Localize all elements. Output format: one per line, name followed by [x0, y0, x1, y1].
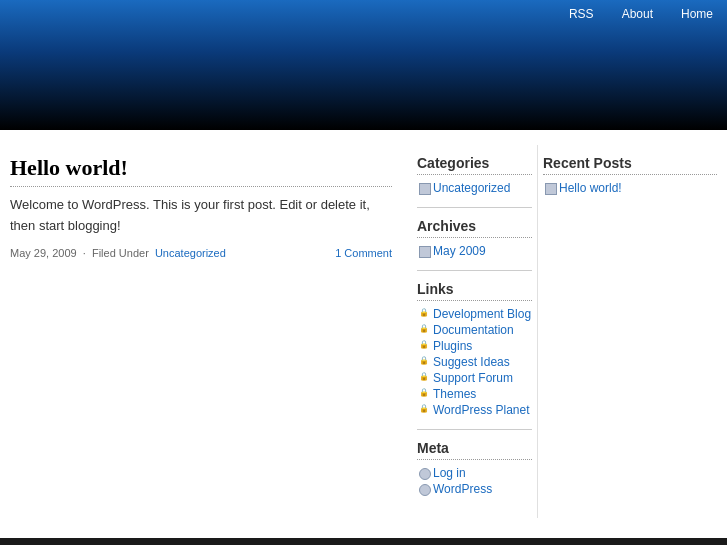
link-dev-blog[interactable]: Development Blog [417, 307, 532, 321]
archives-section: Archives May 2009 [417, 218, 532, 258]
page-wrapper: RSS About Home Hello world! Welcome to W… [0, 0, 727, 545]
link-themes[interactable]: Themes [417, 387, 532, 401]
link-plugins[interactable]: Plugins [417, 339, 532, 353]
site-header: RSS About Home [0, 0, 727, 130]
links-title: Links [417, 281, 532, 301]
post-date-meta: May 29, 2009 · Filed Under Uncategorized [10, 247, 226, 259]
post-divider [10, 186, 392, 187]
filed-under-label: Filed Under [92, 247, 149, 259]
meta-title: Meta [417, 440, 532, 460]
section-divider-1 [417, 207, 532, 208]
post-content: Welcome to WordPress. This is your first… [10, 195, 392, 237]
link-support-forum[interactable]: Support Forum [417, 371, 532, 385]
main-content: Hello world! Welcome to WordPress. This … [0, 145, 407, 518]
categories-section: Categories Uncategorized [417, 155, 532, 195]
link-documentation[interactable]: Documentation [417, 323, 532, 337]
post-meta: May 29, 2009 · Filed Under Uncategorized… [10, 247, 392, 259]
post-category-link[interactable]: Uncategorized [155, 247, 226, 259]
post-comments-link[interactable]: 1 Comment [335, 247, 392, 259]
nav-rss[interactable]: RSS [555, 0, 608, 28]
top-navigation: RSS About Home [555, 0, 727, 28]
recent-post-hello-world[interactable]: Hello world! [543, 181, 717, 195]
meta-section: Meta Log in WordPress [417, 440, 532, 496]
archive-may-2009[interactable]: May 2009 [417, 244, 532, 258]
archives-title: Archives [417, 218, 532, 238]
site-footer: RECENTLY WRITTEN Hello world! MONTHLY AR… [0, 538, 727, 545]
meta-login[interactable]: Log in [417, 466, 532, 480]
sidebar-right: Recent Posts Hello world! [537, 145, 727, 518]
link-suggest-ideas[interactable]: Suggest Ideas [417, 355, 532, 369]
meta-wordpress[interactable]: WordPress [417, 482, 532, 496]
nav-home[interactable]: Home [667, 0, 727, 28]
section-divider-2 [417, 270, 532, 271]
post-title: Hello world! [10, 155, 392, 181]
sidebar-left: Categories Uncategorized Archives May 20… [407, 145, 537, 518]
recent-posts-section: Recent Posts Hello world! [543, 155, 717, 195]
category-uncategorized[interactable]: Uncategorized [417, 181, 532, 195]
content-area: Hello world! Welcome to WordPress. This … [0, 130, 727, 538]
nav-about[interactable]: About [608, 0, 667, 28]
section-divider-3 [417, 429, 532, 430]
post-date: May 29, 2009 [10, 247, 77, 259]
links-section: Links Development Blog Documentation Plu… [417, 281, 532, 417]
link-wordpress-planet[interactable]: WordPress Planet [417, 403, 532, 417]
recent-posts-title: Recent Posts [543, 155, 717, 175]
categories-title: Categories [417, 155, 532, 175]
